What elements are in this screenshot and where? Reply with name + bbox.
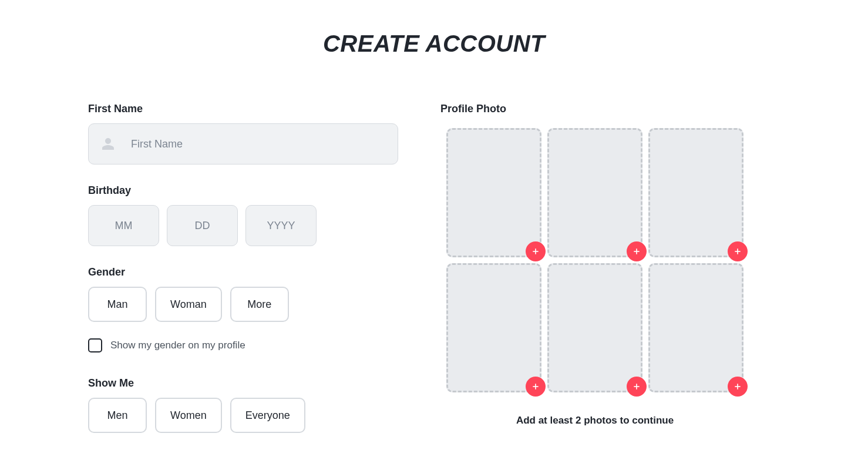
add-photo-button-6[interactable]	[728, 377, 748, 397]
birthday-row	[88, 205, 398, 246]
birthday-year-input[interactable]	[245, 205, 317, 246]
photo-slot-5[interactable]	[547, 263, 642, 392]
birthday-month-input[interactable]	[88, 205, 159, 246]
add-photo-button-2[interactable]	[627, 241, 647, 261]
photo-hint: Add at least 2 photos to continue	[446, 415, 743, 427]
plus-icon	[531, 382, 540, 391]
show-gender-row: Show my gender on my profile	[88, 338, 398, 352]
photo-grid	[446, 128, 780, 392]
showme-option-everyone[interactable]: Everyone	[230, 398, 305, 433]
showme-option-women[interactable]: Women	[155, 398, 222, 433]
plus-icon	[733, 382, 742, 391]
add-photo-button-3[interactable]	[728, 241, 748, 261]
add-photo-button-1[interactable]	[526, 241, 546, 261]
first-name-wrapper	[88, 123, 398, 164]
plus-icon	[632, 247, 641, 256]
show-gender-label: Show my gender on my profile	[110, 340, 245, 351]
show-me-options: Men Women Everyone	[88, 398, 398, 433]
form-container: First Name Birthday Gender Man Woman Mor…	[0, 103, 868, 449]
gender-option-more[interactable]: More	[230, 287, 289, 322]
gender-option-woman[interactable]: Woman	[155, 287, 222, 322]
birthday-section: Birthday	[88, 184, 398, 246]
birthday-label: Birthday	[88, 184, 398, 197]
birthday-day-input[interactable]	[167, 205, 238, 246]
add-photo-button-5[interactable]	[627, 377, 647, 397]
first-name-section: First Name	[88, 103, 398, 164]
page-title: CREATE ACCOUNT	[0, 31, 868, 57]
right-column: Profile Photo	[440, 103, 780, 449]
gender-section: Gender Man Woman More Show my gender on …	[88, 266, 398, 352]
gender-option-man[interactable]: Man	[88, 287, 147, 322]
gender-label: Gender	[88, 266, 398, 278]
photo-slot-1[interactable]	[446, 128, 541, 257]
left-column: First Name Birthday Gender Man Woman Mor…	[88, 103, 398, 449]
showme-option-men[interactable]: Men	[88, 398, 147, 433]
show-me-section: Show Me Men Women Everyone	[88, 377, 398, 433]
photo-slot-2[interactable]	[547, 128, 642, 257]
plus-icon	[531, 247, 540, 256]
show-gender-checkbox[interactable]	[88, 338, 102, 352]
show-me-label: Show Me	[88, 377, 398, 389]
first-name-input[interactable]	[88, 123, 398, 164]
add-photo-button-4[interactable]	[526, 377, 546, 397]
photo-slot-3[interactable]	[648, 128, 743, 257]
gender-options: Man Woman More	[88, 287, 398, 322]
photo-slot-6[interactable]	[648, 263, 743, 392]
plus-icon	[733, 247, 742, 256]
photo-slot-4[interactable]	[446, 263, 541, 392]
plus-icon	[632, 382, 641, 391]
first-name-label: First Name	[88, 103, 398, 115]
person-icon	[101, 137, 115, 151]
profile-photo-label: Profile Photo	[440, 103, 780, 115]
